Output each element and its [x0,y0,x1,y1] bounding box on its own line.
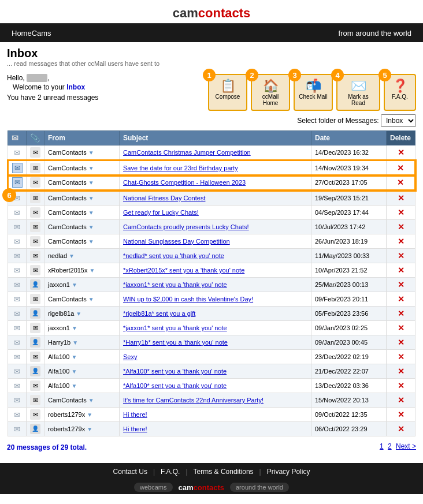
subject-cell[interactable]: *Alfa100* sent you a 'thank you' note [120,379,311,393]
filter-icon[interactable]: ▼ [88,180,94,186]
filter-icon[interactable]: ▼ [72,282,77,288]
delete-button[interactable]: ✕ [398,323,405,333]
filter-icon[interactable]: ▼ [88,195,94,201]
subject-link[interactable]: *Alfa100* sent you a 'thank you' note [123,382,227,389]
subject-link[interactable]: CamContacts Christmas Jumper Competition [123,149,251,156]
nav-homecams[interactable]: HomeCams [12,29,51,38]
delete-button[interactable]: ✕ [398,251,405,260]
subject-cell[interactable]: *jaxxon1* sent you a 'thank you' note [120,321,311,335]
footer-terms[interactable]: Terms & Conditions [188,468,259,476]
filter-icon[interactable]: ▼ [72,325,77,331]
delete-cell[interactable]: ✕ [387,220,415,234]
filter-icon[interactable]: ▼ [76,311,81,317]
delete-cell[interactable]: ✕ [387,191,415,206]
subject-cell[interactable]: Chat-Ghosts Competition - Halloween 2023 [120,176,311,191]
delete-cell[interactable]: ✕ [387,393,415,408]
delete-cell[interactable]: ✕ [387,307,415,321]
filter-icon[interactable]: ▼ [72,339,78,346]
delete-button[interactable]: ✕ [398,338,405,347]
subject-link[interactable]: *xRobert2015x* sent you a 'thank you' no… [123,267,244,274]
subject-cell[interactable]: National Fitness Day Contest [120,191,311,206]
delete-button[interactable]: ✕ [398,222,405,232]
subject-cell[interactable]: Sexy [120,350,311,364]
filter-icon[interactable]: ▼ [87,412,92,418]
delete-button[interactable]: ✕ [398,381,405,390]
filter-icon[interactable]: ▼ [71,368,77,375]
next-link[interactable]: Next > [396,442,416,450]
delete-button[interactable]: ✕ [398,237,405,246]
delete-button[interactable]: ✕ [398,410,405,419]
subject-link[interactable]: *nedlad* sent you a 'thank you' note [123,252,224,259]
filter-icon[interactable]: ▼ [88,296,94,303]
compose-button[interactable]: 1 📋 Compose [208,74,247,111]
subject-cell[interactable]: *Harry1b* sent you a 'thank you' note [120,335,311,350]
subject-cell[interactable]: WIN up to $2,000 in cash this Valentine'… [120,292,311,307]
ccmail-home-button[interactable]: 2 🏠 ccMail Home [251,74,290,111]
delete-button[interactable]: ✕ [398,352,405,361]
subject-link[interactable]: WIN up to $2,000 in cash this Valentine'… [123,296,253,303]
filter-icon[interactable]: ▼ [88,224,94,230]
filter-icon[interactable]: ▼ [90,267,95,274]
delete-cell[interactable]: ✕ [387,364,415,379]
filter-icon[interactable]: ▼ [88,397,94,404]
delete-cell[interactable]: ✕ [387,379,415,393]
subject-link[interactable]: Hi there! [123,425,147,432]
subject-cell[interactable]: CamContacts Christmas Jumper Competition [120,145,311,160]
subject-cell[interactable]: Save the date for our 23rd Birthday part… [120,160,311,176]
delete-cell[interactable]: ✕ [387,408,415,422]
inbox-link[interactable]: Inbox [66,83,85,91]
subject-link[interactable]: Chat-Ghosts Competition - Halloween 2023 [123,179,246,186]
delete-cell[interactable]: ✕ [387,350,415,364]
delete-button[interactable]: ✕ [397,178,404,187]
subject-link[interactable]: Hi there! [123,411,147,418]
delete-button[interactable]: ✕ [398,367,405,376]
delete-button[interactable]: ✕ [398,208,405,217]
delete-button[interactable]: ✕ [398,266,405,275]
footer-privacy[interactable]: Privacy Policy [261,468,316,476]
page-2-link[interactable]: 2 [388,442,392,450]
delete-button[interactable]: ✕ [397,163,404,173]
subject-link[interactable]: CamContacts proudly presents Lucky Chats… [123,223,249,230]
subject-cell[interactable]: It's time for CamContacts 22nd Anniversa… [120,393,311,408]
subject-link[interactable]: Save the date for our 23rd Birthday part… [123,165,238,171]
subject-cell[interactable]: Hi there! [120,422,311,436]
subject-link[interactable]: *Harry1b* sent you a 'thank you' note [123,339,228,346]
delete-cell[interactable]: ✕ [387,278,415,292]
delete-cell[interactable]: ✕ [387,160,415,176]
delete-cell[interactable]: ✕ [387,422,415,436]
filter-icon[interactable]: ▼ [88,150,94,156]
faq-button[interactable]: 5 ❓ F.A.Q. [384,74,416,111]
delete-cell[interactable]: ✕ [387,206,415,220]
filter-icon[interactable]: ▼ [88,238,94,245]
filter-icon[interactable]: ▼ [69,253,75,259]
delete-cell[interactable]: ✕ [387,176,415,191]
footer-contact[interactable]: Contact Us [107,468,153,476]
delete-button[interactable]: ✕ [398,294,405,304]
mark-as-read-button[interactable]: 4 ✉️ Mark as Read [336,74,380,111]
subject-cell[interactable]: Get ready for Lucky Chats! [120,206,311,220]
subject-cell[interactable]: *Alfa100* sent you a 'thank you' note [120,364,311,379]
delete-cell[interactable]: ✕ [387,335,415,350]
subject-link[interactable]: Get ready for Lucky Chats! [123,209,199,216]
delete-button[interactable]: ✕ [398,424,405,434]
delete-cell[interactable]: ✕ [387,292,415,307]
delete-cell[interactable]: ✕ [387,249,415,263]
subject-cell[interactable]: National Sunglasses Day Competition [120,234,311,249]
delete-button[interactable]: ✕ [398,280,405,289]
subject-link[interactable]: It's time for CamContacts 22nd Anniversa… [123,397,264,404]
subject-link[interactable]: *jaxxon1* sent you a 'thank you' note [123,281,227,288]
subject-link[interactable]: *jaxxon1* sent you a 'thank you' note [123,324,227,331]
filter-icon[interactable]: ▼ [87,426,92,432]
check-mail-button[interactable]: 3 📬 Check Mail [294,74,333,111]
filter-icon[interactable]: ▼ [88,210,94,216]
delete-button[interactable]: ✕ [398,148,405,157]
delete-button[interactable]: ✕ [398,193,405,203]
footer-faq[interactable]: F.A.Q. [155,468,185,476]
delete-button[interactable]: ✕ [398,395,405,405]
subject-link[interactable]: *Alfa100* sent you a 'thank you' note [123,368,227,375]
subject-link[interactable]: Sexy [123,353,137,360]
filter-icon[interactable]: ▼ [71,354,77,360]
subject-cell[interactable]: *xRobert2015x* sent you a 'thank you' no… [120,263,311,278]
subject-cell[interactable]: Hi there! [120,408,311,422]
delete-cell[interactable]: ✕ [387,234,415,249]
